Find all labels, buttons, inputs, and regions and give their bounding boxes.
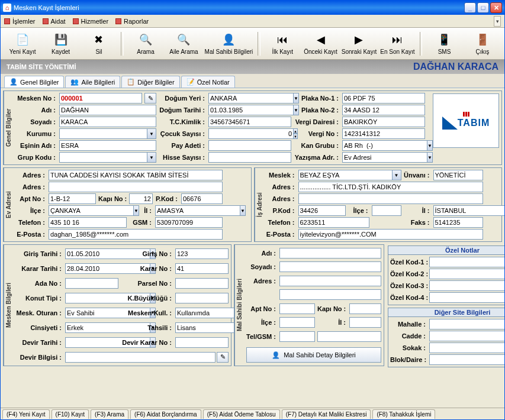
menu-overflow[interactable]: ▾ xyxy=(494,16,501,27)
devirbilgisi-edit-button[interactable]: ✎ xyxy=(217,352,229,363)
chevron-down-icon[interactable]: ▼ xyxy=(392,170,401,180)
meskenkull-combo[interactable]: ▼ xyxy=(175,308,229,318)
cinsiyeti-combo[interactable]: ▼ xyxy=(65,322,118,333)
ev-kapino-field[interactable] xyxy=(129,193,153,204)
is-faks-field[interactable] xyxy=(433,217,483,228)
tckimlik-field[interactable] xyxy=(208,117,291,127)
menu-hizmetler[interactable]: Hizmetler xyxy=(73,18,108,25)
ms-adres2-field[interactable] xyxy=(279,289,381,300)
ev-pkod-field[interactable] xyxy=(181,193,223,204)
new-record-button[interactable]: 📄Yeni Kayıt xyxy=(5,30,40,58)
ev-gsm-field[interactable] xyxy=(155,217,223,228)
sms-button[interactable]: 📱SMS xyxy=(427,30,461,58)
vergino-field[interactable] xyxy=(342,128,425,139)
dogumyeri-combo[interactable]: ▼ xyxy=(208,93,291,104)
tahsili-combo[interactable]: ▼ xyxy=(175,322,229,333)
kararno-field[interactable] xyxy=(175,263,229,274)
grupkodu-combo[interactable]: ▼ xyxy=(59,152,156,163)
search-button[interactable]: 🔍Arama xyxy=(128,30,163,58)
owner-detail-button[interactable]: 👤Mal Sahibi Detay Bilgileri xyxy=(246,347,381,363)
maximize-button[interactable]: □ xyxy=(477,2,489,13)
ozelkod3-combo[interactable]: ▼ xyxy=(429,280,504,291)
dogumtarihi-combo[interactable]: ▼ xyxy=(208,105,291,115)
ozelkod2-combo[interactable]: ▼ xyxy=(429,269,504,279)
is-adres2-field[interactable] xyxy=(298,193,483,204)
family-search-button[interactable]: 🔍Aile Arama xyxy=(166,30,201,58)
cadde-field[interactable] xyxy=(429,331,504,341)
soyadi-field[interactable] xyxy=(59,117,156,127)
ms-kapino-field[interactable] xyxy=(349,303,381,314)
last-record-button[interactable]: ⏭En Son Kayıt xyxy=(380,30,414,58)
ms-il-field[interactable] xyxy=(349,317,381,328)
ms-adi-field[interactable] xyxy=(279,248,381,259)
giristarihi-combo[interactable]: ▼ xyxy=(65,248,118,259)
fkey-f4[interactable]: (F4) Yeni Kayıt xyxy=(2,409,50,419)
konuttipi-combo[interactable]: ▼ xyxy=(65,293,118,303)
minimize-button[interactable]: _ xyxy=(464,2,476,13)
ev-ilce-combo[interactable]: ▼ xyxy=(49,205,127,216)
kurumu-combo[interactable]: ▼ xyxy=(59,128,156,139)
chevron-down-icon[interactable]: ▼ xyxy=(147,152,156,163)
devirtarihi-combo[interactable]: ▼ xyxy=(65,337,118,348)
tab-ozel[interactable]: 📝Özel Notlar xyxy=(181,76,235,88)
ev-il-combo[interactable]: ▼ xyxy=(155,205,223,216)
adano-field[interactable] xyxy=(65,278,118,289)
fkey-f7[interactable]: (F7) Detaylı Kat Maliki Ekstresi xyxy=(282,409,371,419)
meskoturan-combo[interactable]: ▼ xyxy=(65,308,118,318)
fkey-f6[interactable]: (F6) Aidat Borçlandırma xyxy=(130,409,201,419)
ms-gsm-field[interactable] xyxy=(317,331,381,342)
esadi-field[interactable] xyxy=(59,140,156,151)
unvani-field[interactable] xyxy=(433,170,483,180)
payadeti-field[interactable] xyxy=(208,140,291,151)
fkey-f10[interactable]: (F10) Kayıt xyxy=(52,409,89,419)
menu-aidat[interactable]: Aidat xyxy=(43,18,66,25)
fkey-f3[interactable]: (F3) Arama xyxy=(91,409,128,419)
yazisma-combo[interactable]: ▼ xyxy=(342,152,425,163)
devirbilgisi-field[interactable] xyxy=(65,352,215,363)
ev-eposta-field[interactable] xyxy=(49,229,223,240)
is-tel-field[interactable] xyxy=(298,217,369,228)
ms-tel-field[interactable] xyxy=(279,331,315,342)
karartarihi-combo[interactable]: ▼ xyxy=(65,263,118,274)
next-record-button[interactable]: ▶Sonraki Kayıt xyxy=(342,30,377,58)
tab-genel[interactable]: 👤Genel Bilgiler xyxy=(4,76,64,88)
hisse-field[interactable] xyxy=(208,152,291,163)
is-eposta-field[interactable] xyxy=(298,229,483,240)
devirkararno-field[interactable] xyxy=(175,337,229,348)
close-button[interactable]: ✕ xyxy=(490,2,502,13)
is-pkod-field[interactable] xyxy=(298,205,346,216)
plaka1-field[interactable] xyxy=(342,93,425,104)
vergidairesi-field[interactable] xyxy=(342,117,425,127)
ms-adres1-field[interactable] xyxy=(279,276,381,286)
ev-adres1-field[interactable] xyxy=(49,170,223,180)
first-record-button[interactable]: ⏮İlk Kayıt xyxy=(265,30,300,58)
mahalle-field[interactable] xyxy=(429,319,504,329)
ev-aptno-field[interactable] xyxy=(49,193,96,204)
tab-diger[interactable]: 📋Diğer Bilgiler xyxy=(121,76,179,88)
parselno-field[interactable] xyxy=(175,278,229,289)
ev-tel-field[interactable] xyxy=(49,217,127,228)
menu-raporlar[interactable]: Raporlar xyxy=(115,18,149,25)
delete-button[interactable]: ✖Sil xyxy=(82,30,116,58)
sokak-field[interactable] xyxy=(429,343,504,353)
fkey-f5[interactable]: (F5) Aidat Ödeme Tablosu xyxy=(203,409,280,419)
meslek-combo[interactable]: ▼ xyxy=(298,170,401,180)
menu-islemler[interactable]: İşlemler xyxy=(4,18,36,25)
tab-aile[interactable]: 👥Aile Bilgileri xyxy=(65,76,120,88)
ms-soyadi-field[interactable] xyxy=(279,261,381,272)
chevron-down-icon[interactable]: ▼ xyxy=(147,128,156,139)
ms-ilce-field[interactable] xyxy=(279,317,315,328)
fkey-f8[interactable]: (F8) Tahakkuk İşlemi xyxy=(372,409,435,419)
is-il-combo[interactable]: ▼ xyxy=(433,205,483,216)
cocuk-spinner[interactable]: ▲▼ xyxy=(208,128,291,139)
chevron-down-icon[interactable]: ▼ xyxy=(240,205,246,216)
prev-record-button[interactable]: ◀Önceki Kayıt xyxy=(303,30,337,58)
edit-meskenno-button[interactable]: ✎ xyxy=(144,93,156,104)
save-button[interactable]: 💾Kaydet xyxy=(43,30,78,58)
is-ilce-field[interactable] xyxy=(372,205,401,216)
kangrubu-combo[interactable]: ▼ xyxy=(342,140,425,151)
ozelkod1-combo[interactable]: ▼ xyxy=(429,257,504,267)
blok-field[interactable] xyxy=(429,354,504,365)
girisno-field[interactable] xyxy=(175,248,229,259)
ev-adres2-field[interactable] xyxy=(49,182,223,192)
